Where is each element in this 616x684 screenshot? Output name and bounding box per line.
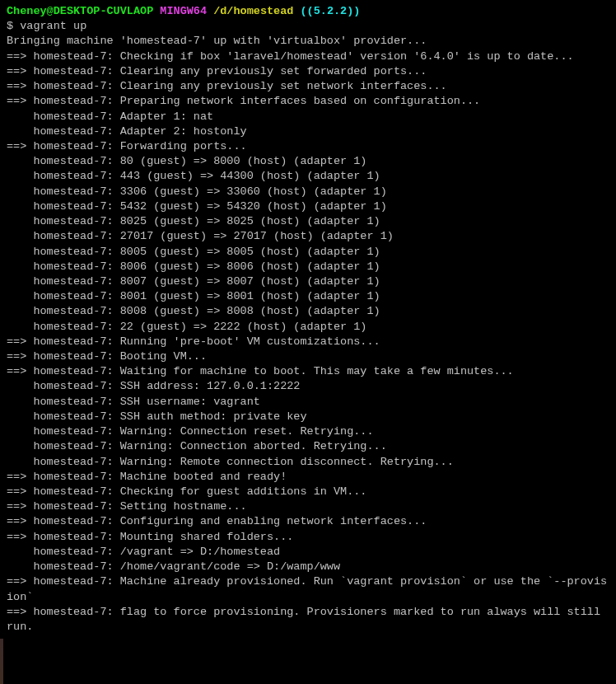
prompt-path: /d/homestead: [213, 5, 293, 17]
prompt-user: Cheney@DESKTOP-CUVLAOP: [7, 5, 153, 17]
command-text: vagrant up: [20, 20, 86, 32]
terminal-viewport[interactable]: Cheney@DESKTOP-CUVLAOP MINGW64 /d/homest…: [0, 0, 616, 639]
output-block: Bringing machine 'homestead-7' up with '…: [7, 34, 609, 635]
prompt-symbol: $: [7, 20, 13, 32]
prompt-host: MINGW64: [160, 5, 207, 17]
prompt-branch: ((5.2.2)): [301, 5, 361, 17]
